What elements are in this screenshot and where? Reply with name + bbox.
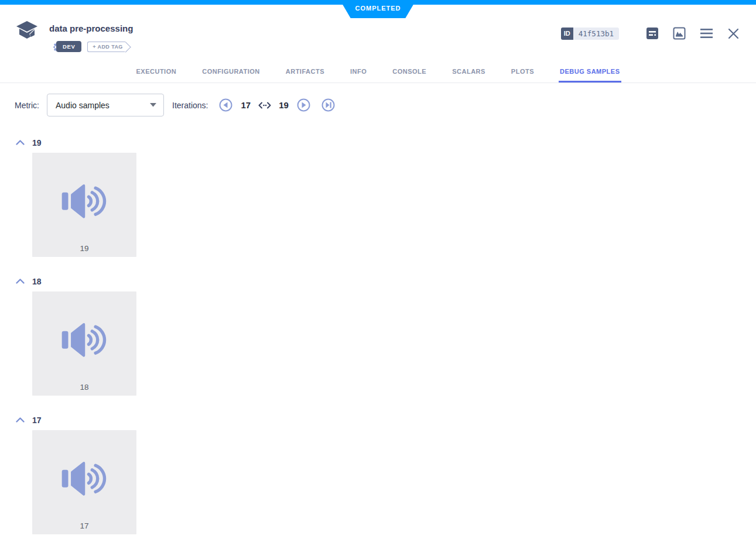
iteration-header: 17 [32,416,42,425]
audio-sample-card[interactable]: 19 [32,153,136,257]
sample-caption: 17 [32,521,136,530]
iteration-section-18: 18 18 [15,276,756,396]
metrics-view-icon[interactable] [673,27,686,40]
last-iteration-button[interactable] [321,98,335,112]
sample-caption: 19 [32,244,136,253]
id-value: 41f513b1 [573,28,619,40]
iteration-section-19: 19 19 [15,138,756,257]
iteration-section-17: 17 17 [15,415,756,534]
audio-speaker-icon [61,318,108,361]
metric-select[interactable]: Audio samples [47,94,164,116]
tag-label: DEV [56,41,81,52]
tab-debug-samples[interactable]: DEBUG SAMPLES [559,60,621,83]
iteration-range-icon [258,102,271,109]
tab-bar: EXECUTION CONFIGURATION ARTIFACTS INFO C… [0,60,756,83]
collapse-chevron-up-icon[interactable] [15,416,25,424]
tab-configuration[interactable]: CONFIGURATION [201,60,261,83]
id-badge: ID [561,28,573,40]
audio-sample-card[interactable]: 17 [32,430,136,534]
metric-label: Metric: [15,101,39,110]
add-tag-label: + ADD TAG [93,44,122,50]
audio-speaker-icon [61,457,108,500]
iteration-max-value: 19 [279,100,289,110]
metric-selected-value: Audio samples [56,101,150,110]
status-ribbon-label: COMPLETED [355,5,401,13]
status-bar: COMPLETED [0,0,756,5]
iteration-header: 18 [32,277,42,286]
close-icon[interactable] [727,27,740,40]
menu-icon[interactable] [700,27,713,40]
details-panel-icon[interactable] [646,27,659,40]
tag-dev[interactable]: DEV [52,41,81,52]
previous-iterations-button[interactable] [219,98,232,112]
experiment-title: data pre-processing [49,23,561,33]
experiment-type-icon [16,21,37,41]
debug-samples-grid: 19 19 18 [15,116,756,534]
sample-caption: 18 [32,383,136,392]
tab-execution[interactable]: EXECUTION [135,60,178,83]
tab-scalars[interactable]: SCALARS [451,60,487,83]
status-ribbon: COMPLETED [340,0,416,18]
iteration-header: 19 [32,138,42,147]
tab-artifacts[interactable]: ARTIFACTS [285,60,326,83]
collapse-chevron-up-icon[interactable] [15,139,25,147]
tab-info[interactable]: INFO [349,60,368,83]
tab-console[interactable]: CONSOLE [391,60,427,83]
add-tag-button[interactable]: + ADD TAG [87,42,125,52]
audio-speaker-icon [61,179,108,222]
iterations-label: Iterations: [172,101,208,110]
audio-sample-card[interactable]: 18 [32,291,136,396]
tab-plots[interactable]: PLOTS [510,60,535,83]
collapse-chevron-up-icon[interactable] [15,277,25,286]
chevron-down-icon [150,103,156,107]
experiment-id[interactable]: ID 41f513b1 [561,28,619,40]
iteration-min-value: 17 [241,100,251,110]
debug-samples-toolbar: Metric: Audio samples Iterations: 17 19 [15,94,756,116]
next-iterations-button[interactable] [297,98,310,112]
